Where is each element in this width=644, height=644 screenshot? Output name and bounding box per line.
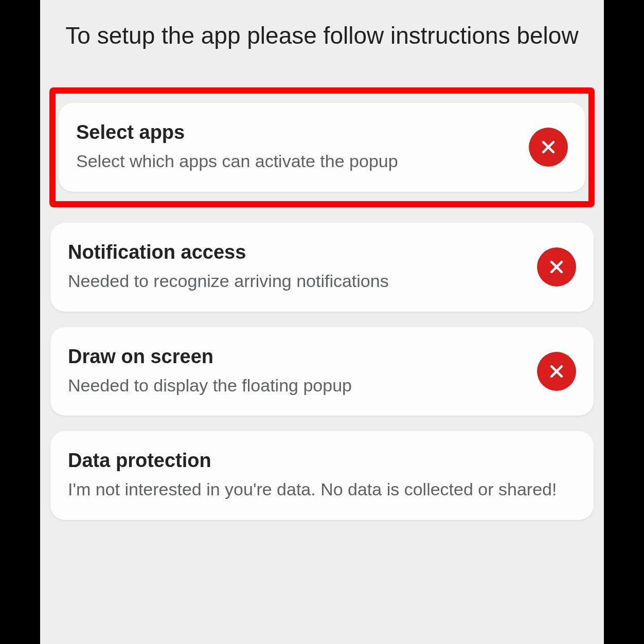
card-select-apps[interactable]: Select apps Select which apps can activa… xyxy=(59,103,585,192)
card-wrap-data-protection: Data protection I'm not interested in yo… xyxy=(50,431,594,520)
card-wrap-draw-on-screen: Draw on screen Needed to display the flo… xyxy=(50,327,594,416)
card-title: Draw on screen xyxy=(68,346,525,368)
card-title: Select apps xyxy=(76,121,516,144)
card-title: Notification access xyxy=(68,241,525,263)
status-x-icon xyxy=(537,247,576,287)
setup-cards-list: Select apps Select which apps can activa… xyxy=(40,87,604,521)
card-notification-access[interactable]: Notification access Needed to recognize … xyxy=(50,223,594,312)
card-subtitle: Needed to display the floating popup xyxy=(68,374,525,398)
card-data-protection[interactable]: Data protection I'm not interested in yo… xyxy=(50,431,594,520)
card-text: Notification access Needed to recognize … xyxy=(68,241,525,293)
status-x-icon xyxy=(529,128,568,167)
card-wrap-notification-access: Notification access Needed to recognize … xyxy=(50,223,594,312)
card-subtitle: Select which apps can activate the popup xyxy=(76,150,516,173)
card-title: Data protection xyxy=(68,450,576,472)
page-title: To setup the app please follow instructi… xyxy=(40,21,604,51)
status-x-icon xyxy=(537,352,576,391)
card-draw-on-screen[interactable]: Draw on screen Needed to display the flo… xyxy=(50,327,594,416)
card-text: Draw on screen Needed to display the flo… xyxy=(68,346,525,398)
card-wrap-select-apps: Select apps Select which apps can activa… xyxy=(49,87,595,207)
card-subtitle: I'm not interested in you're data. No da… xyxy=(68,478,576,502)
setup-screen: To setup the app please follow instructi… xyxy=(40,0,604,644)
card-subtitle: Needed to recognize arriving notificatio… xyxy=(68,270,525,293)
card-text: Select apps Select which apps can activa… xyxy=(76,121,516,173)
card-text: Data protection I'm not interested in yo… xyxy=(68,450,576,502)
